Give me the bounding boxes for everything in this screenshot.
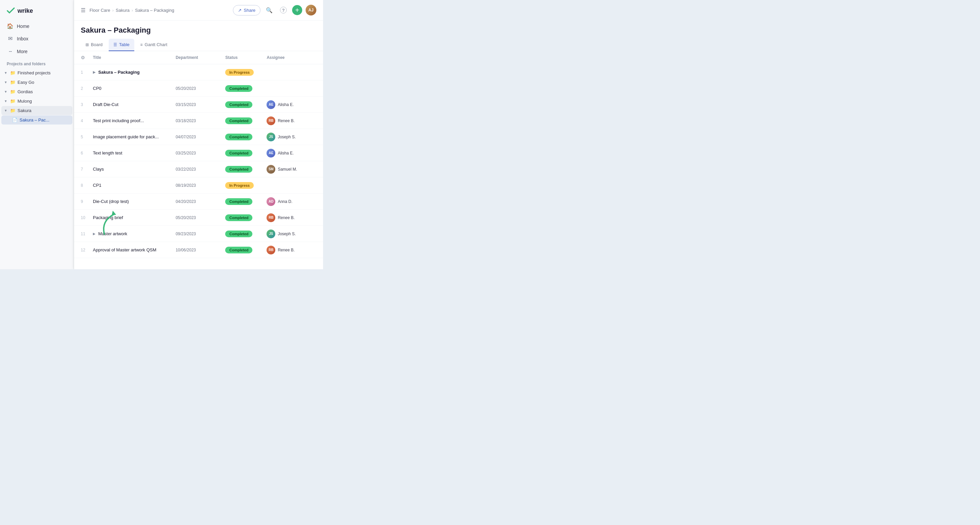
table-row[interactable]: 1▶Sakura – PackagingIn Progress: [74, 64, 323, 80]
row-status: Completed: [225, 166, 267, 173]
row-department: 10/06/2023: [176, 248, 226, 252]
folder-icon: 📁: [10, 89, 16, 94]
sidebar-item-home[interactable]: 🏠 Home: [3, 20, 71, 32]
assignee-avatar: RB: [267, 246, 275, 255]
help-button[interactable]: ?: [278, 5, 289, 16]
row-title: CP0: [93, 83, 176, 94]
col-status: Status: [225, 54, 267, 61]
status-badge: Completed: [225, 198, 252, 205]
sidebar-item-finished-projects[interactable]: ▼ 📁 Finished projects: [2, 68, 72, 77]
table-row[interactable]: 8CP108/19/2023In Progress: [74, 177, 323, 194]
table-rows-container: 1▶Sakura – PackagingIn Progress2CP005/20…: [74, 64, 323, 258]
assignee-name: Renee B.: [278, 118, 294, 123]
row-number: 3: [81, 102, 93, 107]
table-row[interactable]: 7Clays03/22/2023CompletedSMSamuel M.: [74, 161, 323, 177]
plus-icon: +: [295, 7, 299, 13]
tree-label-mulong: Mulong: [18, 99, 32, 103]
sidebar-item-sakura-packaging[interactable]: 📄 Sakura – Pac...: [2, 115, 72, 124]
assignee-avatar: AE: [267, 100, 275, 109]
row-title: Test print including proof...: [93, 115, 176, 127]
table-row[interactable]: 12Approval of Master artwork QSM10/06/20…: [74, 242, 323, 258]
row-title-text: CP0: [93, 86, 101, 91]
row-title: Clays: [93, 163, 176, 175]
tab-board[interactable]: ⊞ Board: [81, 39, 107, 51]
row-assignee: AEAlisha E.: [267, 100, 317, 109]
status-badge: Completed: [225, 134, 252, 140]
row-department: 05/20/2023: [176, 215, 226, 220]
sidebar-item-mulong[interactable]: ▼ 📁 Mulong: [2, 97, 72, 106]
row-title: ▶Master artwork: [93, 228, 176, 240]
table-row[interactable]: 4Test print including proof...03/18/2023…: [74, 113, 323, 129]
row-title-text: Image placement guide for pack...: [93, 134, 159, 139]
page-title: Sakura – Packaging: [81, 26, 317, 35]
breadcrumb-sakura-packaging[interactable]: Sakura – Packaging: [135, 8, 174, 13]
row-assignee: RBRenee B.: [267, 116, 317, 125]
settings-icon-cell[interactable]: ⚙: [81, 54, 93, 61]
hamburger-icon[interactable]: ☰: [81, 7, 86, 13]
sidebar-item-more[interactable]: ··· More: [3, 45, 71, 57]
tab-gantt[interactable]: ≡ Gantt Chart: [135, 39, 172, 51]
table-row[interactable]: 3Draft Die-Cut03/15/2023CompletedAEAlish…: [74, 97, 323, 113]
row-assignee: JSJoseph S.: [267, 133, 317, 142]
breadcrumb-sakura[interactable]: Sakura: [116, 8, 130, 13]
row-title-text: Text length test: [93, 150, 122, 156]
assignee-name: Joseph S.: [278, 135, 296, 139]
add-button[interactable]: +: [292, 5, 302, 15]
row-status: In Progress: [225, 182, 267, 189]
assignee-avatar: JS: [267, 133, 275, 142]
row-status: Completed: [225, 150, 267, 156]
row-title: Image placement guide for pack...: [93, 131, 176, 143]
row-number: 7: [81, 167, 93, 172]
user-avatar[interactable]: AJ: [305, 5, 317, 16]
row-title: Draft Die-Cut: [93, 99, 176, 110]
col-title: Title: [93, 54, 176, 61]
assignee-avatar: JS: [267, 229, 275, 238]
row-title-text: CP1: [93, 183, 101, 188]
assignee-avatar: AE: [267, 149, 275, 158]
sidebar-item-home-label: Home: [17, 24, 29, 29]
row-department: 03/22/2023: [176, 167, 226, 172]
tab-table[interactable]: ☰ Table: [109, 39, 134, 51]
page-title-area: Sakura – Packaging: [74, 21, 323, 39]
row-assignee: ADAnna D.: [267, 197, 317, 206]
status-badge: Completed: [225, 247, 252, 253]
row-number: 4: [81, 118, 93, 123]
table-row[interactable]: 5Image placement guide for pack...04/07/…: [74, 129, 323, 145]
row-number: 8: [81, 183, 93, 188]
breadcrumb-floor-care[interactable]: Floor Care: [89, 8, 110, 13]
sidebar-item-more-label: More: [17, 49, 28, 54]
row-status: Completed: [225, 85, 267, 92]
row-status: Completed: [225, 134, 267, 140]
row-assignee: JSJoseph S.: [267, 229, 317, 238]
sidebar-item-gordias[interactable]: ▼ 📁 Gordias: [2, 87, 72, 96]
table-row[interactable]: 2CP005/20/2023Completed: [74, 80, 323, 97]
search-icon: 🔍: [266, 7, 273, 13]
chevron-down-icon: ▼: [4, 90, 8, 94]
help-icon: ?: [280, 7, 287, 13]
document-icon: 📄: [12, 118, 18, 123]
table-row[interactable]: 9Die-Cut (drop test)04/20/2023CompletedA…: [74, 194, 323, 210]
app-name: wrike: [18, 7, 33, 14]
search-button[interactable]: 🔍: [264, 5, 275, 16]
tab-board-label: Board: [91, 42, 103, 47]
tabs-bar: ⊞ Board ☰ Table ≡ Gantt Chart: [74, 39, 323, 51]
sidebar-item-easygo[interactable]: ▼ 📁 Easy Go: [2, 78, 72, 87]
assignee-avatar: RB: [267, 116, 275, 125]
status-badge: Completed: [225, 85, 252, 92]
sidebar-item-sakura[interactable]: ▼ 📁 Sakura: [2, 106, 72, 115]
row-assignee: AEAlisha E.: [267, 149, 317, 158]
table-row[interactable]: 6Text length test03/25/2023CompletedAEAl…: [74, 145, 323, 161]
table-row[interactable]: 11▶Master artwork09/23/2023CompletedJSJo…: [74, 226, 323, 242]
row-assignee: RBRenee B.: [267, 213, 317, 222]
row-number: 12: [81, 248, 93, 252]
row-title-text: Test print including proof...: [93, 118, 144, 123]
table-row[interactable]: 10Packaging brief05/20/2023CompletedRBRe…: [74, 210, 323, 226]
topbar-right: ↗ Share 🔍 ? + AJ: [233, 5, 317, 16]
row-number: 11: [81, 232, 93, 236]
row-number: 1: [81, 70, 93, 75]
assignee-name: Samuel M.: [278, 167, 297, 172]
sidebar-item-inbox[interactable]: ✉ Inbox: [3, 33, 71, 45]
status-badge: Completed: [225, 118, 252, 124]
col-assignee: Assignee: [267, 54, 317, 61]
share-button[interactable]: ↗ Share: [233, 5, 261, 16]
